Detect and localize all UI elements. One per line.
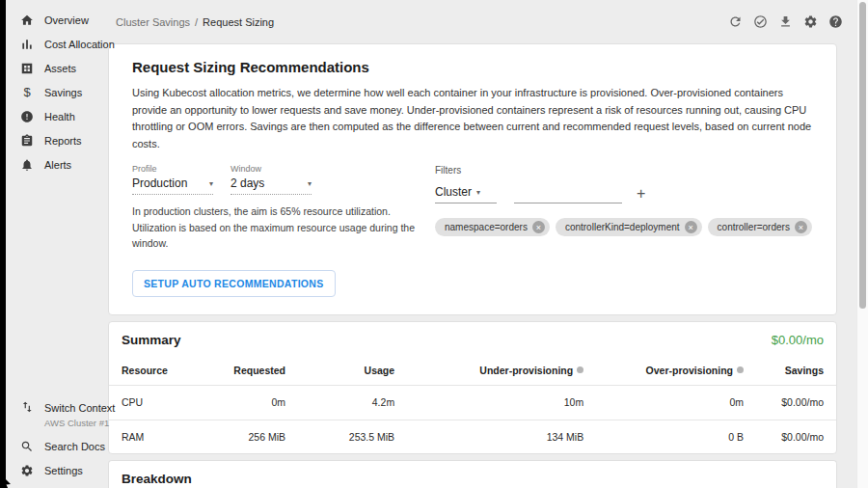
scrollbar-track[interactable] — [856, 0, 868, 488]
column-header: Resource — [109, 356, 203, 386]
alerts-icon — [20, 158, 34, 172]
close-icon[interactable]: × — [532, 221, 545, 233]
sidebar-item-label: Assets — [44, 63, 76, 74]
chevron-down-icon: ▾ — [209, 179, 213, 188]
sidebar-item-label: Health — [44, 111, 75, 122]
switch-context-icon — [20, 400, 34, 414]
column-header: Savings — [756, 356, 836, 386]
summary-header-row: Resource Requested Usage Under-provision… — [109, 356, 836, 386]
filters-label: Filters — [435, 165, 813, 176]
sidebar-item-settings[interactable]: Settings — [6, 458, 108, 482]
controls-row: Profile Production ▾ Window 2 days ▾ — [132, 164, 813, 297]
breakdown-title: Breakdown — [122, 472, 192, 486]
breakdown-card: Breakdown Container Cluster CPU usage CP… — [108, 460, 837, 488]
window-select-label: Window — [231, 164, 312, 174]
resource-cell: RAM — [109, 420, 203, 453]
sidebar-item-switch-context[interactable]: Switch Context AWS Cluster #1 — [6, 393, 108, 434]
window-edge — [0, 0, 6, 488]
table-row: CPU 0m 4.2m 10m 0m $0.00/mo — [109, 386, 836, 420]
filter-chip[interactable]: controller=orders × — [708, 218, 812, 236]
column-header: Under-provisioning — [407, 356, 596, 386]
sidebar-item-label: Settings — [44, 465, 83, 476]
sidebar-item-label: Alerts — [44, 159, 71, 171]
scrollbar-thumb[interactable] — [859, 2, 866, 309]
download-icon[interactable] — [778, 14, 793, 29]
settings-icon — [20, 464, 34, 477]
chevron-down-icon: ▾ — [476, 188, 480, 197]
resource-cell: CPU — [109, 386, 203, 420]
filter-field-select[interactable]: Cluster ▾ — [435, 185, 497, 203]
summary-table: Resource Requested Usage Under-provision… — [109, 356, 836, 453]
sidebar-item-overview[interactable]: Overview — [6, 8, 108, 32]
filter-value-input[interactable] — [514, 185, 622, 203]
sidebar-item-search-docs[interactable]: Search Docs — [6, 434, 108, 458]
mouse-cursor — [0, 474, 14, 488]
column-header: Over-provisioning — [596, 356, 756, 386]
page-description: Using Kubecost allocation metrics, we de… — [132, 85, 813, 152]
sidebar-item-alerts[interactable]: Alerts — [6, 152, 108, 176]
sidebar-item-health[interactable]: Health — [6, 104, 108, 128]
profile-helper-text: In production clusters, the aim is 65% r… — [132, 203, 433, 251]
profile-window-controls: Profile Production ▾ Window 2 days ▾ — [132, 164, 435, 297]
add-filter-icon[interactable]: + — [637, 186, 645, 203]
profile-select-value: Production — [132, 176, 187, 190]
column-header: Usage — [298, 356, 407, 386]
window-select-value: 2 days — [231, 176, 264, 190]
health-icon — [20, 110, 34, 123]
window-select[interactable]: Window 2 days ▾ — [231, 164, 312, 195]
column-header: Requested — [203, 356, 298, 386]
info-icon[interactable] — [577, 366, 583, 373]
sidebar-item-label: Switch Context — [44, 402, 115, 414]
filter-chips: namespace=orders × controllerKind=deploy… — [435, 218, 813, 236]
help-icon[interactable] — [828, 14, 843, 29]
recommendations-card: Request Sizing Recommendations Using Kub… — [108, 43, 837, 315]
sidebar-item-reports[interactable]: Reports — [6, 128, 108, 152]
bar-chart-icon — [20, 38, 34, 51]
main-content: Request Sizing Recommendations Using Kub… — [108, 43, 837, 488]
topbar-actions — [728, 14, 843, 29]
page-title: Request Sizing Recommendations — [132, 59, 813, 75]
breadcrumb: Cluster Savings / Request Sizing — [116, 16, 274, 28]
close-icon[interactable]: × — [685, 221, 697, 233]
sidebar-item-label: Search Docs — [44, 441, 105, 452]
sidebar-item-assets[interactable]: Assets — [6, 56, 108, 80]
setup-auto-recommendations-button[interactable]: SETUP AUTO RECOMMENDATIONS — [132, 270, 336, 297]
breadcrumb-parent[interactable]: Cluster Savings — [116, 16, 190, 28]
breadcrumb-separator: / — [195, 16, 198, 28]
filters-panel: Filters Cluster ▾ + namespace=orders × — [435, 164, 813, 297]
profile-select-label: Profile — [132, 164, 213, 174]
sidebar-item-label: Cost Allocation — [44, 39, 115, 50]
sidebar-item-cost-allocation[interactable]: Cost Allocation — [6, 32, 108, 56]
filter-chip[interactable]: controllerKind=deployment × — [556, 218, 702, 236]
topbar: Cluster Savings / Request Sizing — [108, 0, 856, 43]
sidebar-footer: Switch Context AWS Cluster #1 Search Doc… — [6, 393, 108, 482]
sidebar-item-label: Overview — [44, 14, 89, 26]
settings-icon[interactable] — [803, 14, 818, 29]
active-cluster-label: AWS Cluster #1 — [44, 418, 115, 428]
filter-chip[interactable]: namespace=orders × — [435, 218, 550, 236]
close-icon[interactable]: × — [795, 221, 807, 233]
dollar-icon: $ — [20, 86, 34, 99]
summary-title: Summary — [122, 333, 181, 347]
check-circle-icon[interactable] — [753, 14, 768, 29]
profile-select[interactable]: Profile Production ▾ — [132, 164, 213, 195]
sidebar: Overview Cost Allocation Assets $ Saving… — [6, 0, 108, 488]
sidebar-item-label: Savings — [44, 87, 82, 98]
sidebar-item-label: Reports — [44, 135, 82, 147]
refresh-icon[interactable] — [728, 14, 743, 29]
sidebar-nav: Overview Cost Allocation Assets $ Saving… — [6, 8, 108, 176]
total-savings-value: $0.00/mo — [772, 333, 824, 347]
reports-icon — [20, 134, 34, 148]
home-icon — [20, 14, 34, 27]
chevron-down-icon: ▾ — [308, 179, 312, 188]
summary-card: Summary $0.00/mo Resource Requested Usag… — [108, 321, 837, 454]
breadcrumb-current: Request Sizing — [203, 16, 274, 28]
table-row: RAM 256 MiB 253.5 MiB 134 MiB 0 B $0.00/… — [109, 420, 836, 453]
search-icon — [20, 440, 34, 453]
filter-field-value: Cluster — [435, 185, 472, 199]
sidebar-item-savings[interactable]: $ Savings — [6, 80, 108, 104]
info-icon[interactable] — [737, 366, 744, 373]
assets-icon — [20, 62, 34, 75]
